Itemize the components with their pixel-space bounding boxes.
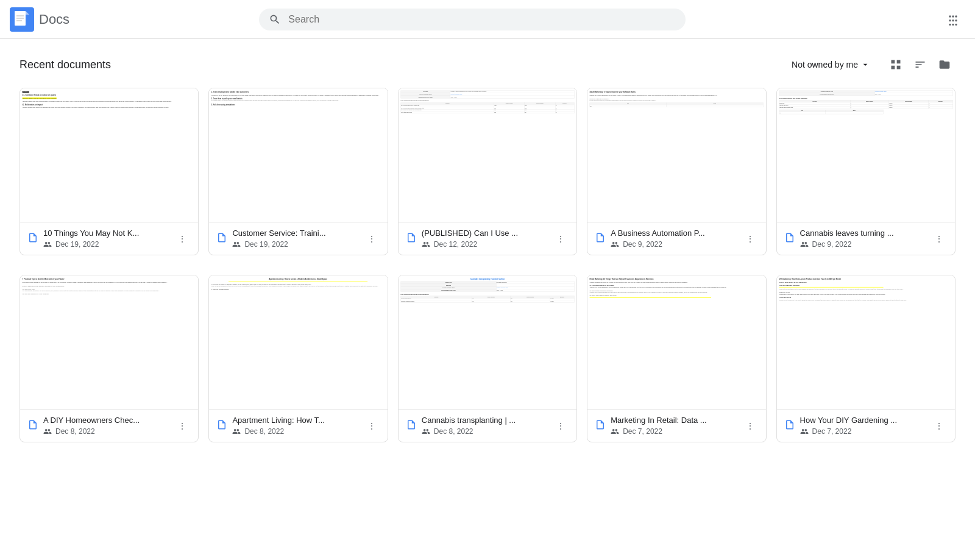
doc-title-8: Cannabis transplanting | ... — [422, 416, 547, 425]
doc-file-icon-5 — [784, 232, 795, 245]
more-menu-1[interactable]: ⋮ — [174, 230, 191, 247]
doc-file-icon-7 — [216, 419, 227, 432]
doc-preview-1: AIR QUALITY #1. Common threats to indoor… — [20, 88, 198, 222]
doc-date-3: Dec 12, 2022 — [434, 240, 477, 249]
toolbar: Recent documents Not owned by me — [20, 54, 956, 76]
filter-button[interactable]: Not owned by me — [787, 56, 875, 73]
shared-icon-3 — [422, 240, 430, 249]
doc-card-6[interactable]: 7 Practical Tips to Get the Most Out of … — [20, 275, 199, 442]
toolbar-right: Not owned by me — [787, 54, 956, 76]
doc-date-2: Dec 19, 2022 — [244, 240, 288, 249]
more-menu-3[interactable]: ⋮ — [552, 230, 569, 247]
chevron-down-icon — [860, 60, 870, 69]
doc-title-3: (PUBLISHED) Can I Use ... — [422, 229, 547, 238]
doc-info-text-5: Cannabis leaves turning ... Dec 9, 2022 — [800, 229, 926, 249]
doc-preview-2: 1. Train employees to handle irate custo… — [209, 88, 387, 222]
doc-file-icon-6 — [27, 419, 38, 432]
doc-card-9[interactable]: Retail Marketing: 10 Things That Can Hel… — [587, 275, 766, 442]
doc-info-3: (PUBLISHED) Can I Use ... Dec 12, 2022 ⋮ — [399, 222, 576, 255]
grid-view-button[interactable] — [885, 54, 907, 76]
doc-title-4: A Business Automation P... — [611, 229, 736, 238]
doc-title-6: A DIY Homeowners Chec... — [43, 416, 169, 425]
doc-date-7: Dec 8, 2022 — [244, 427, 284, 436]
main-scroll[interactable]: Recent documents Not owned by me — [0, 39, 975, 477]
doc-info-text-6: A DIY Homeowners Chec... Dec 8, 2022 — [43, 416, 169, 436]
app-header: Docs — [0, 0, 975, 39]
doc-file-icon-10 — [784, 419, 795, 432]
search-input[interactable] — [288, 14, 676, 25]
doc-card-10[interactable]: DIY Gardening: How Home-grown Produce Ca… — [776, 275, 956, 442]
doc-file-icon-3 — [406, 232, 417, 245]
shared-icon-7 — [232, 427, 241, 436]
doc-meta-10: Dec 7, 2022 — [800, 427, 926, 436]
doc-date-4: Dec 9, 2022 — [623, 240, 662, 249]
shared-icon-1 — [43, 240, 52, 249]
more-menu-6[interactable]: ⋮ — [174, 417, 191, 434]
doc-info-text-3: (PUBLISHED) Can I Use ... Dec 12, 2022 — [422, 229, 547, 249]
doc-meta-9: Dec 7, 2022 — [611, 427, 736, 436]
more-menu-4[interactable]: ⋮ — [742, 230, 759, 247]
doc-card-1[interactable]: AIR QUALITY #1. Common threats to indoor… — [20, 88, 199, 255]
shared-icon-8 — [422, 427, 430, 436]
doc-card-4[interactable]: SaaS Marketing: 6 Tips to Improve your S… — [587, 88, 766, 255]
doc-meta-1: Dec 19, 2022 — [43, 240, 169, 249]
doc-date-5: Dec 9, 2022 — [812, 240, 852, 249]
doc-card-8[interactable]: Cannabis transplanting | Content Outline… — [398, 275, 577, 442]
doc-info-4: A Business Automation P... Dec 9, 2022 ⋮ — [587, 222, 765, 255]
shared-icon-4 — [611, 240, 619, 249]
doc-file-icon-2 — [216, 232, 227, 245]
doc-preview-5: Content Summary BriefContent Summary Bri… — [777, 88, 955, 222]
doc-file-icon-1 — [27, 232, 38, 245]
doc-info-text-10: How Your DIY Gardening ... Dec 7, 2022 — [800, 416, 926, 436]
doc-date-1: Dec 19, 2022 — [55, 240, 99, 249]
sort-button[interactable] — [909, 54, 931, 76]
doc-preview-4: SaaS Marketing: 6 Tips to Improve your S… — [587, 88, 765, 222]
doc-date-10: Dec 7, 2022 — [812, 427, 852, 436]
filter-label: Not owned by me — [792, 60, 858, 69]
doc-meta-8: Dec 8, 2022 — [422, 427, 547, 436]
more-menu-10[interactable]: ⋮ — [931, 417, 948, 434]
doc-preview-7: Apartment Living: How to Create a Modern… — [209, 275, 387, 409]
shared-icon-2 — [232, 240, 241, 249]
doc-file-icon-9 — [595, 419, 606, 432]
doc-info-8: Cannabis transplanting | ... Dec 8, 2022… — [399, 409, 576, 442]
doc-file-icon-8 — [406, 419, 417, 432]
more-menu-5[interactable]: ⋮ — [931, 230, 948, 247]
doc-meta-4: Dec 9, 2022 — [611, 240, 736, 249]
doc-info-2: Customer Service: Traini... Dec 19, 2022… — [209, 222, 387, 255]
doc-title-9: Marketing In Retail: Data ... — [611, 416, 736, 425]
doc-title-10: How Your DIY Gardening ... — [800, 416, 926, 425]
shared-icon-6 — [43, 427, 52, 436]
doc-card-7[interactable]: Apartment Living: How to Create a Modern… — [208, 275, 388, 442]
search-bar[interactable] — [259, 9, 686, 30]
doc-date-6: Dec 8, 2022 — [55, 427, 95, 436]
doc-meta-7: Dec 8, 2022 — [232, 427, 358, 436]
more-menu-9[interactable]: ⋮ — [742, 417, 759, 434]
doc-date-8: Dec 8, 2022 — [434, 427, 473, 436]
doc-preview-3: SynopsisCreate an article that dives int… — [399, 88, 576, 222]
doc-info-10: How Your DIY Gardening ... Dec 7, 2022 ⋮ — [777, 409, 955, 442]
doc-card-3[interactable]: SynopsisCreate an article that dives int… — [398, 88, 577, 255]
view-icons — [885, 54, 956, 76]
doc-preview-8: Cannabis transplanting | Content Outline… — [399, 275, 576, 409]
doc-title-2: Customer Service: Traini... — [232, 229, 358, 238]
doc-info-5: Cannabis leaves turning ... Dec 9, 2022 … — [777, 222, 955, 255]
docs-logo-icon — [10, 7, 34, 32]
apps-button[interactable] — [941, 7, 965, 32]
doc-meta-2: Dec 19, 2022 — [232, 240, 358, 249]
more-menu-8[interactable]: ⋮ — [552, 417, 569, 434]
folder-view-button[interactable] — [934, 54, 956, 76]
more-menu-2[interactable]: ⋮ — [363, 230, 380, 247]
doc-info-text-1: 10 Things You May Not K... Dec 19, 2022 — [43, 229, 169, 249]
doc-meta-3: Dec 12, 2022 — [422, 240, 547, 249]
document-grid-row1: AIR QUALITY #1. Common threats to indoor… — [20, 88, 956, 255]
doc-preview-6: 7 Practical Tips to Get the Most Out of … — [20, 275, 198, 409]
doc-card-5[interactable]: Content Summary BriefContent Summary Bri… — [776, 88, 956, 255]
doc-info-text-7: Apartment Living: How T... Dec 8, 2022 — [232, 416, 358, 436]
doc-card-2[interactable]: 1. Train employees to handle irate custo… — [208, 88, 388, 255]
doc-info-text-9: Marketing In Retail: Data ... Dec 7, 202… — [611, 416, 736, 436]
doc-info-7: Apartment Living: How T... Dec 8, 2022 ⋮ — [209, 409, 387, 442]
search-icon — [269, 13, 281, 26]
more-menu-7[interactable]: ⋮ — [363, 417, 380, 434]
shared-icon-5 — [800, 240, 809, 249]
